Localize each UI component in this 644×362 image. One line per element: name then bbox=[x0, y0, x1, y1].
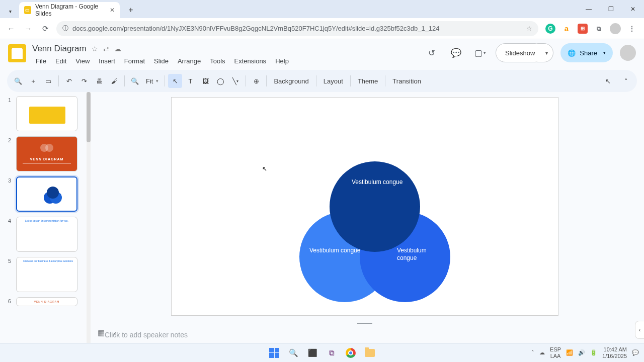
battery-icon[interactable]: 🔋 bbox=[590, 349, 597, 356]
tab-title: Venn Diagram - Google Slides bbox=[35, 3, 106, 17]
menu-file[interactable]: File bbox=[32, 55, 50, 67]
document-title[interactable]: Venn Diagram bbox=[32, 44, 87, 54]
menu-help[interactable]: Help bbox=[272, 55, 292, 67]
cloud-status-icon[interactable]: ☁ bbox=[114, 45, 121, 53]
menu-arrange[interactable]: Arrange bbox=[174, 55, 204, 67]
slide-thumbnail-5[interactable]: Discover our business & enterprise solut… bbox=[16, 257, 77, 292]
undo-button[interactable]: ↶ bbox=[62, 74, 76, 88]
back-button[interactable]: ← bbox=[5, 23, 17, 35]
address-bar[interactable]: ⓘ docs.google.com/presentation/d/1NyJXE3… bbox=[56, 21, 538, 36]
slack-icon[interactable]: ⧉ bbox=[326, 347, 338, 359]
reload-button[interactable]: ⟳ bbox=[39, 23, 51, 35]
chrome-menu-icon[interactable]: ⋮ bbox=[627, 24, 637, 34]
layout-button[interactable]: Layout bbox=[319, 77, 347, 85]
new-tab-button[interactable]: + bbox=[125, 4, 137, 16]
volume-icon[interactable]: 🔊 bbox=[578, 349, 585, 356]
share-button[interactable]: 🌐 Share ▾ bbox=[560, 43, 613, 62]
star-document-icon[interactable]: ☆ bbox=[92, 45, 98, 53]
paint-format-button[interactable]: 🖌 bbox=[107, 74, 121, 88]
extensions-puzzle-icon[interactable]: ⧉ bbox=[594, 24, 604, 34]
menu-format[interactable]: Format bbox=[121, 55, 148, 67]
zoom-tool-icon[interactable]: 🔍 bbox=[128, 74, 142, 88]
background-button[interactable]: Background bbox=[270, 77, 312, 85]
collapse-toolbar-icon[interactable]: ˄ bbox=[619, 74, 633, 88]
chrome-taskbar-icon[interactable] bbox=[345, 347, 357, 359]
slide-thumbnail-6[interactable]: VENN DIAGRAM bbox=[16, 297, 77, 306]
line-tool[interactable]: ╲ ▾ bbox=[228, 74, 243, 88]
slideshow-dropdown[interactable]: ▾ bbox=[537, 43, 553, 62]
image-tool[interactable]: 🖼 bbox=[198, 74, 212, 88]
language-indicator[interactable]: ESPLAA bbox=[550, 346, 561, 358]
search-menus-icon[interactable]: 🔍 bbox=[11, 74, 25, 88]
shape-tool[interactable]: ◯ bbox=[213, 74, 227, 88]
mode-pointer-icon[interactable]: ↖ bbox=[601, 74, 615, 88]
extension-red-icon[interactable]: ⊞ bbox=[578, 24, 588, 34]
comments-icon[interactable]: 💬 bbox=[447, 44, 464, 61]
windows-taskbar: 🔍 ⬛ ⧉ ˄ ☁ ESPLAA 📶 🔊 🔋 10:42 AM1/16/2025… bbox=[0, 343, 644, 362]
system-clock[interactable]: 10:42 AM1/16/2025 bbox=[602, 346, 627, 358]
menu-insert[interactable]: Insert bbox=[95, 55, 119, 67]
explore-side-tab[interactable]: ‹ bbox=[635, 321, 644, 339]
slide-thumbnail-3[interactable] bbox=[16, 176, 77, 212]
slide-number: 3 bbox=[8, 176, 12, 184]
filmstrip[interactable]: 1 2 VENN DIAGRAM 3 4 Let us bbox=[0, 92, 91, 343]
print-button[interactable]: 🖶 bbox=[92, 74, 106, 88]
onedrive-icon[interactable]: ☁ bbox=[539, 349, 545, 356]
slide-thumbnail-4[interactable]: Let us design this presentation for you. bbox=[16, 217, 77, 252]
maximize-window-button[interactable]: ❐ bbox=[600, 0, 622, 18]
tray-chevron-icon[interactable]: ˄ bbox=[531, 349, 534, 356]
redo-button[interactable]: ↷ bbox=[77, 74, 91, 88]
menu-bar: File Edit View Insert Format Slide Arran… bbox=[32, 55, 292, 67]
new-slide-button[interactable]: + bbox=[26, 74, 40, 88]
extension-a-icon[interactable]: a bbox=[561, 24, 572, 34]
collapse-filmstrip-icon[interactable]: ‹ bbox=[114, 329, 116, 337]
slide-thumbnail-2[interactable]: VENN DIAGRAM bbox=[16, 136, 77, 171]
transition-button[interactable]: Transition bbox=[388, 77, 425, 85]
extension-grammarly-icon[interactable]: G bbox=[545, 24, 555, 34]
slide-number: 2 bbox=[8, 136, 12, 143]
new-slide-layout-button[interactable]: ▭ bbox=[41, 74, 55, 88]
account-avatar[interactable] bbox=[620, 45, 636, 61]
menu-view[interactable]: View bbox=[72, 55, 93, 67]
grid-view-icon[interactable]: ▦ bbox=[98, 328, 105, 337]
wifi-icon[interactable]: 📶 bbox=[566, 349, 573, 356]
close-window-button[interactable]: ✕ bbox=[622, 0, 644, 18]
venn-circle-top[interactable]: Vestibulum congue bbox=[330, 161, 420, 252]
profile-avatar[interactable] bbox=[610, 23, 621, 34]
task-view-icon[interactable]: ⬛ bbox=[306, 347, 318, 359]
chevron-down-icon[interactable]: ▾ bbox=[603, 50, 606, 55]
menu-extensions[interactable]: Extensions bbox=[231, 55, 270, 67]
menu-edit[interactable]: Edit bbox=[52, 55, 70, 67]
tab-list-dropdown[interactable]: ▾ bbox=[3, 4, 17, 18]
menu-tools[interactable]: Tools bbox=[206, 55, 228, 67]
zoom-select[interactable]: Fit▾ bbox=[143, 77, 162, 85]
bookmark-star-icon[interactable]: ☆ bbox=[526, 25, 532, 32]
menu-slide[interactable]: Slide bbox=[150, 55, 172, 67]
speaker-notes-placeholder[interactable]: Click to add speaker notes bbox=[105, 331, 188, 339]
slides-favicon: ▭ bbox=[24, 6, 31, 14]
file-explorer-icon[interactable] bbox=[364, 347, 376, 359]
notifications-icon[interactable]: 💬 bbox=[632, 349, 639, 356]
start-button[interactable] bbox=[268, 347, 280, 359]
slides-logo[interactable] bbox=[8, 44, 26, 62]
speaker-notes-resize-handle[interactable] bbox=[357, 323, 372, 324]
toolbar: 🔍 + ▭ ↶ ↷ 🖶 🖌 🔍 Fit▾ ↖ T 🖼 ◯ ╲ ▾ ⊕ Backg… bbox=[7, 70, 637, 92]
site-info-icon[interactable]: ⓘ bbox=[62, 24, 68, 33]
meet-icon[interactable]: ▢▾ bbox=[471, 44, 489, 61]
filmstrip-scrollbar-thumb[interactable] bbox=[87, 92, 91, 142]
history-icon[interactable]: ↺ bbox=[423, 44, 440, 61]
minimize-window-button[interactable]: — bbox=[578, 0, 600, 18]
comment-tool[interactable]: ⊕ bbox=[249, 74, 263, 88]
close-tab-icon[interactable]: ✕ bbox=[110, 7, 115, 14]
slide-thumbnail-1[interactable] bbox=[16, 96, 77, 131]
textbox-tool[interactable]: T bbox=[183, 74, 197, 88]
browser-tab[interactable]: ▭ Venn Diagram - Google Slides ✕ bbox=[19, 2, 120, 18]
slide-canvas[interactable]: Vestibulum congue Vestibulum congue Vest… bbox=[171, 97, 558, 316]
move-document-icon[interactable]: ⇄ bbox=[103, 45, 109, 53]
slide-number: 4 bbox=[8, 217, 12, 224]
theme-button[interactable]: Theme bbox=[354, 77, 382, 85]
select-tool[interactable]: ↖ bbox=[168, 74, 182, 88]
globe-icon: 🌐 bbox=[568, 49, 576, 57]
taskbar-search-icon[interactable]: 🔍 bbox=[287, 347, 299, 359]
mouse-cursor-icon: ↖ bbox=[262, 165, 267, 172]
